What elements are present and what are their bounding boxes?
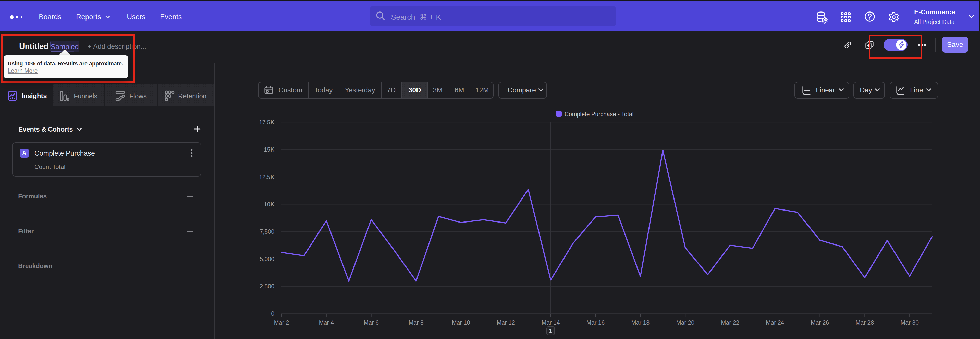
svg-text:1: 1 (549, 327, 552, 334)
svg-text:Mar 28: Mar 28 (856, 319, 874, 326)
svg-text:Mar 2: Mar 2 (274, 319, 289, 326)
svg-text:Mar 10: Mar 10 (452, 319, 470, 326)
svg-text:0: 0 (271, 310, 274, 317)
svg-text:5,000: 5,000 (259, 256, 274, 262)
svg-text:Mar 30: Mar 30 (900, 319, 919, 326)
svg-text:Mar 16: Mar 16 (587, 319, 605, 326)
svg-text:17.5K: 17.5K (259, 119, 275, 126)
svg-text:Mar 22: Mar 22 (721, 319, 739, 326)
svg-text:Mar 8: Mar 8 (409, 319, 424, 326)
svg-text:Mar 18: Mar 18 (632, 319, 650, 326)
svg-text:12.5K: 12.5K (259, 174, 275, 181)
svg-text:Mar 12: Mar 12 (496, 319, 515, 326)
svg-text:7,500: 7,500 (259, 229, 274, 235)
svg-text:15K: 15K (264, 146, 275, 153)
svg-text:Mar 24: Mar 24 (766, 319, 784, 326)
svg-text:Mar 20: Mar 20 (676, 319, 694, 326)
svg-text:Mar 14: Mar 14 (542, 319, 560, 326)
svg-text:10K: 10K (264, 201, 275, 208)
svg-text:Mar 6: Mar 6 (364, 319, 379, 326)
svg-text:Mar 26: Mar 26 (811, 319, 829, 326)
svg-text:2,500: 2,500 (259, 283, 274, 290)
svg-text:Mar 4: Mar 4 (319, 319, 334, 326)
